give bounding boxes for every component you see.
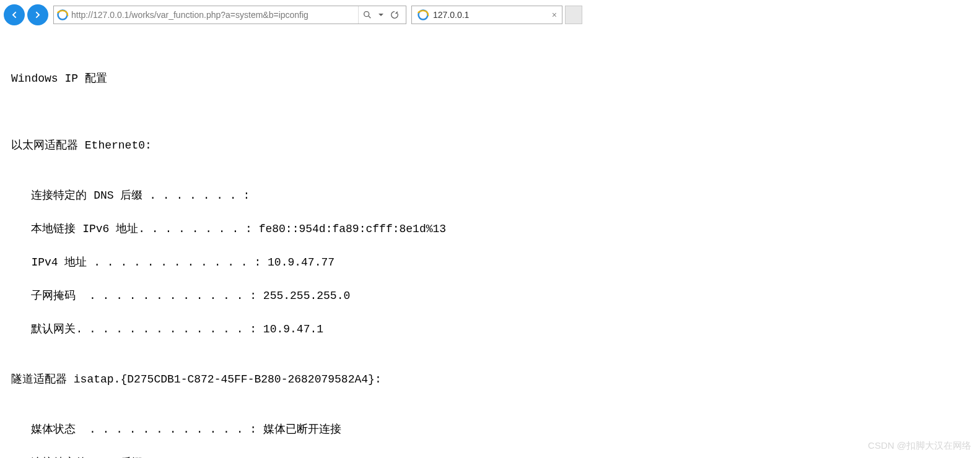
close-tab-button[interactable]: × <box>552 11 557 19</box>
output-line: 连接特定的 DNS 后缀 . . . . . . . : <box>11 455 969 458</box>
svg-point-1 <box>364 12 369 17</box>
output-line: 本地链接 IPv6 地址. . . . . . . . : fe80::954d… <box>11 221 969 238</box>
arrow-right-icon <box>33 10 43 20</box>
url-input[interactable] <box>71 10 356 20</box>
output-header: Windows IP 配置 <box>11 71 969 87</box>
refresh-icon[interactable] <box>390 10 400 20</box>
output-line: IPv4 地址 . . . . . . . . . . . . : 10.9.4… <box>11 254 969 271</box>
svg-line-2 <box>369 16 370 18</box>
output-line: 子网掩码 . . . . . . . . . . . . : 255.255.2… <box>11 288 969 305</box>
tab-title: 127.0.0.1 <box>433 10 548 20</box>
browser-tab[interactable]: 127.0.0.1 × <box>411 6 562 24</box>
output-line: 默认网关. . . . . . . . . . . . . : 10.9.47.… <box>11 321 969 338</box>
search-icon[interactable] <box>362 10 372 20</box>
back-button[interactable] <box>4 4 25 25</box>
ie-icon <box>56 9 69 21</box>
adapter-header: 隧道适配器 isatap.{D275CDB1-C872-45FF-B280-26… <box>11 371 969 388</box>
browser-toolbar: 127.0.0.1 × <box>0 0 980 30</box>
adapter-header: 以太网适配器 Ethernet0: <box>11 137 969 154</box>
ie-icon <box>417 9 429 21</box>
forward-button[interactable] <box>27 4 48 25</box>
output-line: 媒体状态 . . . . . . . . . . . . : 媒体已断开连接 <box>11 421 969 438</box>
output-line: 连接特定的 DNS 后缀 . . . . . . . : <box>11 188 969 204</box>
arrow-left-icon <box>9 10 19 20</box>
address-bar <box>53 6 406 24</box>
address-controls <box>358 6 403 24</box>
new-tab-button[interactable] <box>565 6 582 24</box>
dropdown-icon[interactable] <box>376 10 386 20</box>
page-body: Windows IP 配置 以太网适配器 Ethernet0: 连接特定的 DN… <box>0 30 980 458</box>
